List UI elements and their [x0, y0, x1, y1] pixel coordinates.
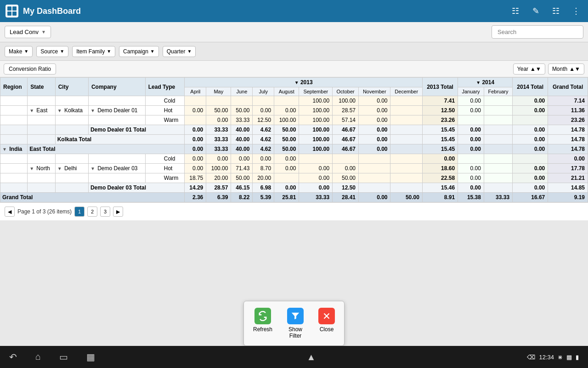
- region-cell: [0, 115, 28, 125]
- conversion-ratio-btn[interactable]: Conversion Ratio: [4, 63, 56, 75]
- city-cell: [55, 183, 88, 193]
- state-cell: [28, 125, 56, 135]
- next-page-btn[interactable]: ▶: [113, 207, 123, 217]
- region-cell: [0, 106, 28, 115]
- show-filter-btn[interactable]: ShowFilter: [282, 305, 309, 342]
- city-cell: ▼ Delhi: [55, 164, 88, 173]
- lead-conv-dropdown[interactable]: Lead Conv ▼: [5, 26, 51, 38]
- state-cell: [28, 183, 56, 193]
- page-info: Page 1 of 3 (26 items): [17, 208, 72, 215]
- page-2-btn[interactable]: 2: [87, 207, 97, 217]
- table-row: Warm 0.00 33.33 12.50 100.00 100.00 57.1…: [0, 115, 588, 125]
- september-header: September: [299, 87, 333, 96]
- grand-total-label: Grand Total: [0, 193, 185, 202]
- table-row: Cold 100.00 100.00 0.00 7.41 0.00 0.00 7…: [0, 96, 588, 106]
- state-cell: ▼ East: [28, 106, 56, 115]
- region-cell: [0, 183, 28, 193]
- list-icon[interactable]: ☷: [509, 5, 522, 17]
- grid-nav-icon[interactable]: ▦: [86, 351, 95, 362]
- table-row: Warm 18.75 20.00 50.00 20.00 0.00 50.00 …: [0, 173, 588, 183]
- android-nav: ↶ ⌂ ▭ ▦: [9, 351, 95, 362]
- source-arrow: ▼: [60, 49, 64, 54]
- filter-bar: Make ▼ Source ▼ Item Family ▼ Campaign ▼…: [0, 42, 588, 61]
- city-cell: ▼ Kolkata: [55, 106, 88, 115]
- state-header: State: [28, 78, 56, 96]
- recent-nav-icon[interactable]: ▭: [59, 351, 68, 362]
- lead-type-cell: Cold: [145, 154, 185, 164]
- year-2013-header: ▼ 2013: [185, 78, 423, 87]
- edit-icon[interactable]: ✎: [529, 5, 542, 17]
- quarter-filter[interactable]: Quarter ▼: [163, 46, 196, 57]
- city-cell: [55, 115, 88, 125]
- page-3-btn[interactable]: 3: [100, 207, 110, 217]
- city-cell: [55, 173, 88, 183]
- state-cell: ▼ North: [28, 164, 56, 173]
- region-cell: [0, 173, 28, 183]
- month-btn[interactable]: Month ▲▼: [548, 63, 584, 75]
- source-filter[interactable]: Source ▼: [36, 46, 68, 57]
- context-menu: Refresh ShowFilter Close: [243, 301, 345, 346]
- state-cell: [28, 135, 56, 144]
- april-header: April: [185, 87, 206, 96]
- clock: 12:34: [539, 354, 554, 361]
- make-arrow: ▼: [24, 49, 28, 54]
- top-bar: My DashBoard ☷ ✎ ☷ ⋮: [0, 0, 588, 22]
- page-1-btn[interactable]: 1: [74, 207, 85, 217]
- wifi-icon: ⋇: [558, 354, 563, 361]
- east-total-row: ▼ India East Total 0.00 33.33 40.00 4.62…: [0, 144, 588, 154]
- august-header: August: [274, 87, 299, 96]
- back-nav-icon[interactable]: ↶: [9, 351, 17, 362]
- company-cell: ▼ Demo Dealer 01: [88, 106, 145, 115]
- lead-type-cell: Cold: [145, 96, 185, 106]
- company-header: Company: [88, 78, 145, 96]
- month-sort-icon: ▲▼: [569, 66, 580, 72]
- campaign-arrow: ▼: [150, 49, 155, 54]
- year-header-row: Region State City Company Lead Type ▼ 20…: [0, 78, 588, 87]
- app-logo: [6, 5, 18, 17]
- table-row: ▼ North ▼ Delhi ▼ Demo Dealer 03 Hot 0.0…: [0, 164, 588, 173]
- make-filter[interactable]: Make ▼: [5, 46, 33, 57]
- year-2014-header: ▼ 2014: [458, 78, 513, 87]
- close-icon: [318, 308, 335, 324]
- top-bar-icons: ☷ ✎ ☷ ⋮: [509, 5, 582, 17]
- close-btn[interactable]: Close: [313, 305, 340, 342]
- company-cell: [88, 173, 145, 183]
- android-bar: ↶ ⌂ ▭ ▦ ▲ ⌫ 12:34 ⋇ ▩ ▮: [0, 346, 588, 368]
- android-status: ⌫ 12:34 ⋇ ▩ ▮: [527, 354, 579, 361]
- grid-icon[interactable]: ☷: [549, 5, 562, 17]
- february-header: February: [484, 87, 512, 96]
- kolkata-total-cell: Kolkata Total: [55, 135, 185, 144]
- more-icon[interactable]: ⋮: [570, 5, 582, 17]
- grand-total-header: Grand Total: [548, 78, 588, 96]
- item-family-filter[interactable]: Item Family ▼: [72, 46, 115, 57]
- pivot-table: Region State City Company Lead Type ▼ 20…: [0, 77, 588, 202]
- search-input[interactable]: [492, 25, 583, 39]
- refresh-btn[interactable]: Refresh: [248, 305, 278, 342]
- total-2013-header: 2013 Total: [422, 78, 458, 96]
- pivot-table-wrap: Region State City Company Lead Type ▼ 20…: [0, 77, 588, 202]
- subtotal-row: Demo Dealer 01 Total 0.00 33.33 40.00 4.…: [0, 125, 588, 135]
- company-cell: [88, 96, 145, 106]
- year-btn[interactable]: Year ▲▼: [513, 63, 545, 75]
- city-cell: [55, 96, 88, 106]
- city-cell: [55, 154, 88, 164]
- refresh-icon: [254, 308, 271, 324]
- year-sort-icon: ▲▼: [530, 66, 541, 72]
- company-total-cell: Demo Dealer 03 Total: [88, 183, 184, 193]
- state-cell: [28, 115, 56, 125]
- state-cell: [28, 96, 56, 106]
- home-nav-icon[interactable]: ⌂: [35, 351, 41, 362]
- prev-page-btn[interactable]: ◀: [5, 207, 15, 217]
- up-arrow-icon[interactable]: ▲: [306, 352, 316, 362]
- state-cell: [28, 173, 56, 183]
- dim-controls: Conversion Ratio Year ▲▼ Month ▲▼: [0, 61, 588, 77]
- region-cell: [0, 154, 28, 164]
- second-bar: Lead Conv ▼: [0, 22, 588, 42]
- region-cell: [0, 164, 28, 173]
- campaign-filter[interactable]: Campaign ▼: [119, 46, 159, 57]
- state-cell: [28, 154, 56, 164]
- battery-icon: ▮: [576, 354, 579, 361]
- year-month-controls: Year ▲▼ Month ▲▼: [513, 63, 584, 75]
- pagination: ◀ Page 1 of 3 (26 items) 1 2 3 ▶: [0, 202, 588, 220]
- filter-icon: [287, 308, 304, 324]
